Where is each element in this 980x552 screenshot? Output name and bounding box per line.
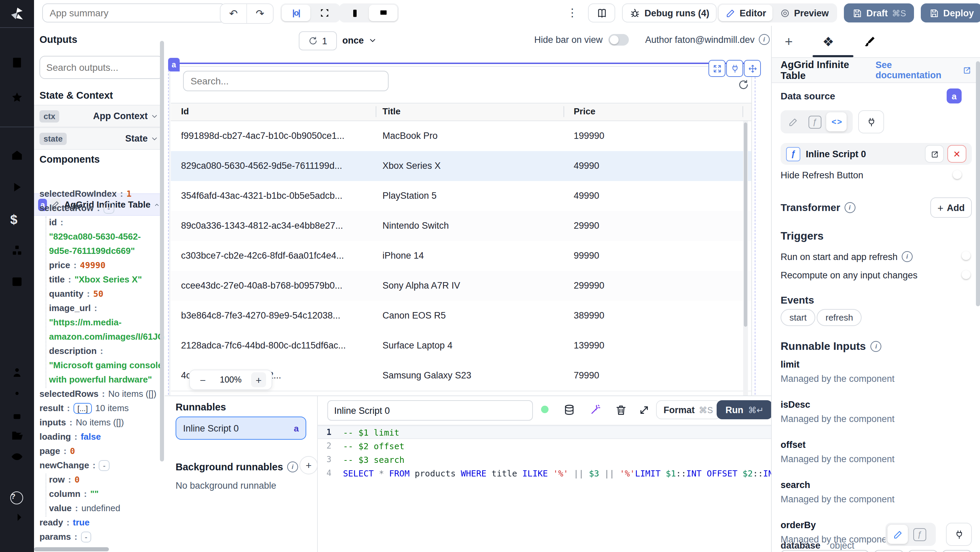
expand-component-button[interactable]: [708, 60, 725, 77]
windmill-logo-icon[interactable]: [8, 5, 26, 23]
expand-editor-icon[interactable]: [638, 404, 651, 417]
table-row[interactable]: ccee43dc-27e0-40a8-b768-b09579b0...Sony …: [171, 271, 751, 302]
function-option[interactable]: ƒ: [804, 112, 825, 131]
runnable-item[interactable]: Inline Script 0 a: [176, 417, 306, 440]
table-row[interactable]: 2128adca-7fc6-44bd-800c-dc115df6ac...Sur…: [171, 331, 751, 361]
ai-wand-icon[interactable]: [589, 404, 601, 417]
desktop-view-button[interactable]: [369, 5, 398, 21]
component-settings-tab[interactable]: ❖: [821, 34, 836, 49]
fullwidth-layout-button[interactable]: [310, 7, 339, 19]
tree-line[interactable]: newChange:-: [40, 458, 162, 472]
anchor-component-button[interactable]: [726, 60, 743, 77]
tree-line[interactable]: "https://m.media-: [40, 315, 162, 329]
table-row[interactable]: b3e864c8-7fe3-4270-89e9-54c12038...Canon…: [171, 301, 751, 331]
column-resize-handle[interactable]: [743, 106, 743, 117]
column-resize-handle[interactable]: [563, 106, 564, 117]
tree-line[interactable]: image_url:: [40, 301, 162, 315]
table-search-input[interactable]: [183, 71, 388, 91]
table-row[interactable]: f991898d-cb27-4ac7-b10c-0b9050ce1...MacB…: [171, 121, 751, 152]
database-input-stub[interactable]: [874, 550, 904, 552]
table-row[interactable]: 829ca080-5630-4562-9d5e-7611199d...Xbox …: [171, 151, 751, 182]
draft-button[interactable]: Draft⌘S: [844, 3, 914, 22]
add-transformer-button[interactable]: +Add: [930, 197, 972, 218]
tree-line[interactable]: id:: [40, 215, 162, 229]
column-header-title[interactable]: Title: [382, 106, 401, 116]
table-refresh-button[interactable]: [735, 76, 751, 92]
preview-tab[interactable]: Preview: [773, 5, 836, 21]
tree-line[interactable]: ready:true: [40, 515, 162, 530]
collapse-rail-icon[interactable]: [10, 511, 24, 524]
tree-line[interactable]: row:0: [40, 472, 162, 487]
refresh-interval-select[interactable]: once: [342, 31, 377, 49]
audit-logs-icon[interactable]: [10, 450, 24, 463]
redo-button[interactable]: ↷: [247, 4, 273, 23]
tree-line[interactable]: "829ca080-5630-4562-: [40, 229, 162, 244]
database-input-stub[interactable]: [908, 550, 938, 552]
tree-line[interactable]: amazon.com/images/I/61JGKhc: [40, 329, 162, 344]
component-tag[interactable]: a: [168, 58, 180, 72]
app-summary-input[interactable]: [42, 3, 226, 22]
favorites-icon[interactable]: [10, 91, 24, 104]
tree-line[interactable]: price:49990: [40, 258, 162, 272]
runs-icon[interactable]: [10, 180, 24, 194]
tree-line[interactable]: description:: [40, 344, 162, 358]
detach-script-button[interactable]: ✕: [947, 145, 966, 163]
info-icon[interactable]: i: [871, 341, 882, 352]
column-resize-handle[interactable]: [375, 106, 376, 117]
insert-component-tab[interactable]: +: [781, 34, 796, 49]
folders-icon[interactable]: [10, 429, 24, 442]
tree-line[interactable]: inputs:No items ([]): [40, 415, 162, 430]
code-option[interactable]: < >: [826, 112, 846, 131]
tree-line[interactable]: value:undefined: [40, 501, 162, 515]
delete-script-icon[interactable]: [614, 404, 627, 417]
mobile-view-button[interactable]: [340, 5, 369, 21]
run-button[interactable]: Run⌘↵: [717, 400, 772, 419]
tree-line[interactable]: params:-: [40, 530, 162, 544]
billing-icon[interactable]: $: [10, 212, 24, 226]
ai-assistant-icon[interactable]: [10, 409, 24, 423]
settings-scrollbar[interactable]: [976, 61, 980, 306]
tree-line[interactable]: loading:false: [40, 430, 162, 444]
code-line[interactable]: 1-- $1 limit: [318, 425, 771, 439]
event-chip-refresh[interactable]: refresh: [817, 309, 862, 326]
users-icon[interactable]: [10, 366, 24, 379]
help-icon[interactable]: ?: [10, 492, 23, 504]
ctx-row[interactable]: ctx App Context: [34, 105, 164, 127]
static-value-option[interactable]: [888, 525, 908, 544]
table-row[interactable]: 89c0a336-1343-4812-ac34-e4bb8e27...Ninte…: [171, 211, 751, 242]
function-option[interactable]: ƒ: [909, 525, 930, 544]
outputs-hscrollbar[interactable]: [34, 547, 109, 551]
debug-runs-button[interactable]: Debug runs (4): [622, 3, 717, 22]
deploy-button[interactable]: Deploy: [921, 3, 980, 22]
database-input-stub[interactable]: [781, 550, 869, 552]
format-button[interactable]: Format⌘S: [656, 400, 721, 419]
tree-line[interactable]: selectedRow:-: [40, 201, 162, 215]
add-background-runnable-button[interactable]: +: [299, 456, 318, 474]
tree-line[interactable]: page:0: [40, 444, 162, 458]
code-editor[interactable]: 1-- $1 limit2-- $2 offset3-- $3 search4S…: [318, 425, 771, 552]
workspace-icon[interactable]: [10, 56, 24, 69]
event-chip-start[interactable]: start: [781, 309, 816, 326]
database-input-stub[interactable]: [942, 550, 972, 552]
home-icon[interactable]: [10, 148, 24, 162]
docs-button[interactable]: [588, 3, 615, 22]
column-header-price[interactable]: Price: [574, 106, 595, 116]
move-component-button[interactable]: [744, 60, 761, 77]
refresh-count-box[interactable]: 1: [299, 31, 337, 50]
tree-line[interactable]: quantity:50: [40, 286, 162, 301]
zoom-in-button[interactable]: +: [251, 372, 266, 387]
tree-line[interactable]: with powerful hardware": [40, 372, 162, 387]
zoom-out-button[interactable]: −: [195, 372, 210, 387]
attached-script-row[interactable]: ƒ Inline Script 0 ✕: [781, 143, 972, 165]
connect-option[interactable]: [946, 523, 972, 546]
tree-line[interactable]: title:"Xbox Series X": [40, 272, 162, 286]
search-outputs-input[interactable]: [40, 56, 163, 79]
database-icon[interactable]: [563, 404, 576, 417]
code-line[interactable]: 2-- $2 offset: [318, 439, 771, 453]
resources-icon[interactable]: [10, 244, 24, 257]
tree-line[interactable]: "Microsoft gaming console: [40, 358, 162, 372]
info-icon[interactable]: i: [844, 202, 855, 213]
settings-icon[interactable]: [10, 387, 24, 400]
table-row[interactable]: c303bce7-cb2e-42c6-8fdf-6aa01fc4e4...iPh…: [171, 241, 751, 272]
undo-button[interactable]: ↶: [221, 4, 247, 23]
